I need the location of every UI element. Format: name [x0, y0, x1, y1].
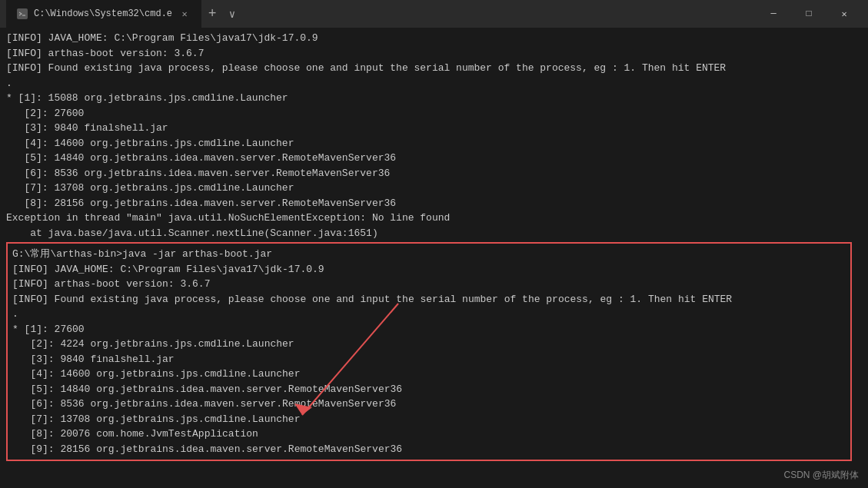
line-9: [5]: 14840 org.jetbrains.idea.maven.serv…: [6, 151, 862, 166]
watermark: CSDN @胡斌附体: [783, 469, 859, 482]
line-1: [INFO] JAVA_HOME: C:\Program Files\java1…: [6, 31, 862, 46]
window-controls: — □ ✕: [756, 0, 862, 28]
maximize-button[interactable]: □: [791, 0, 826, 28]
line-2: [INFO] arthas-boot version: 3.6.7: [6, 46, 862, 61]
line-12: [8]: 28156 org.jetbrains.idea.maven.serv…: [6, 196, 862, 211]
tab-close-button[interactable]: ✕: [178, 8, 191, 20]
lower-line-6: [2]: 4224 org.jetbrains.jps.cmdline.Laun…: [12, 337, 846, 352]
titlebar-left: C:\Windows\System32\cmd.e ✕ + ∨: [6, 0, 756, 28]
line-5: * [1]: 15088 org.jetbrains.jps.cmdline.L…: [6, 91, 862, 106]
lower-line-5: * [1]: 27600: [12, 322, 846, 337]
tab-dropdown-button[interactable]: ∨: [223, 5, 241, 23]
titlebar: C:\Windows\System32\cmd.e ✕ + ∨ — □ ✕: [0, 0, 868, 28]
lower-line-11: [7]: 13708 org.jetbrains.jps.cmdline.Lau…: [12, 412, 846, 427]
lower-line-2: [INFO] arthas-boot version: 3.6.7: [12, 277, 846, 292]
active-tab[interactable]: C:\Windows\System32\cmd.e ✕: [6, 0, 201, 28]
close-button[interactable]: ✕: [826, 0, 862, 28]
line-6: [2]: 27600: [6, 106, 862, 121]
line-4: .: [6, 76, 862, 91]
window: C:\Windows\System32\cmd.e ✕ + ∨ — □ ✕ [I…: [0, 0, 868, 488]
terminal-body[interactable]: [INFO] JAVA_HOME: C:\Program Files\java1…: [0, 28, 868, 488]
line-exception: Exception in thread "main" java.util.NoS…: [6, 211, 862, 226]
lower-line-9: [5]: 14840 org.jetbrains.idea.maven.serv…: [12, 382, 846, 397]
line-3: [INFO] Found existing java process, plea…: [6, 61, 862, 76]
new-tab-button[interactable]: +: [201, 3, 223, 25]
minimize-button[interactable]: —: [756, 0, 791, 28]
lower-line-13: [9]: 28156 org.jetbrains.idea.maven.serv…: [12, 442, 846, 457]
tab-label: C:\Windows\System32\cmd.e: [34, 8, 172, 19]
highlighted-section: G:\常用\arthas-bin>java -jar arthas-boot.j…: [6, 242, 852, 461]
lower-line-7: [3]: 9840 finalshell.jar: [12, 352, 846, 367]
lower-line-1: [INFO] JAVA_HOME: C:\Program Files\java1…: [12, 262, 846, 277]
line-8: [4]: 14600 org.jetbrains.jps.cmdline.Lau…: [6, 136, 862, 151]
lower-line-4: .: [12, 307, 846, 322]
line-10: [6]: 8536 org.jetbrains.idea.maven.serve…: [6, 166, 862, 181]
line-at: at java.base/java.util.Scanner.nextLine(…: [6, 226, 862, 241]
upper-section: [INFO] JAVA_HOME: C:\Program Files\java1…: [6, 31, 862, 241]
lower-line-0: G:\常用\arthas-bin>java -jar arthas-boot.j…: [12, 247, 846, 262]
lower-line-12: [8]: 20076 com.home.JvmTestApplication: [12, 427, 846, 442]
line-7: [3]: 9840 finalshell.jar: [6, 121, 862, 136]
lower-line-10: [6]: 8536 org.jetbrains.idea.maven.serve…: [12, 397, 846, 412]
lower-line-8: [4]: 14600 org.jetbrains.jps.cmdline.Lau…: [12, 367, 846, 382]
cmd-icon: [17, 8, 28, 19]
line-11: [7]: 13708 org.jetbrains.jps.cmdline.Lau…: [6, 181, 862, 196]
lower-line-3: [INFO] Found existing java process, plea…: [12, 292, 846, 307]
